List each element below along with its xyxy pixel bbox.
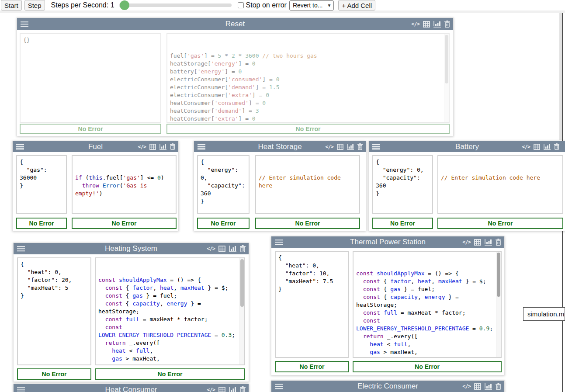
cell-reset: Reset </> {} fuel['gas'] = 5 * 2 * 3600 …	[17, 17, 454, 136]
delete-cell-icon[interactable]	[554, 143, 559, 150]
state-json-editor[interactable]: { "energy": 0, "capacity": 360 }	[372, 155, 433, 214]
code-status: No Error	[255, 218, 360, 229]
cell-header: Reset </>	[17, 18, 453, 30]
delete-cell-icon[interactable]	[240, 245, 246, 252]
code-editor[interactable]: const shouldApplyMax = () => { const { f…	[95, 257, 245, 365]
cell-thermal-power-station: Thermal Power Station </> { "heat": 0, "…	[271, 236, 505, 375]
state-status: No Error	[197, 218, 250, 229]
step-button[interactable]: Step	[24, 0, 45, 10]
drag-handle-icon[interactable]	[17, 245, 25, 253]
state-status: No Error	[16, 218, 67, 229]
table-view-icon[interactable]	[474, 383, 481, 390]
chart-view-icon[interactable]	[485, 239, 492, 246]
drag-handle-icon[interactable]	[372, 143, 380, 151]
delete-cell-icon[interactable]	[496, 383, 501, 390]
chart-view-icon[interactable]	[544, 143, 551, 150]
code-status: No Error	[72, 218, 177, 229]
code-view-icon[interactable]: </>	[325, 144, 333, 150]
chart-view-icon[interactable]	[229, 386, 236, 392]
code-editor[interactable]: if (this.fuel['gas'] <= 0) throw Error('…	[72, 155, 177, 214]
cell-header: Electric Consumer </>	[271, 381, 504, 392]
cell-heat-storage: Heat Storage </> { "energy": 0, "capacit…	[194, 141, 366, 231]
background-scrollbar-track	[559, 0, 562, 140]
simulation-page: simulation.m Start Step Steps per Second…	[0, 0, 565, 392]
stop-on-error-label: Stop on error	[246, 1, 287, 9]
chart-view-icon[interactable]	[347, 143, 354, 150]
table-view-icon[interactable]	[534, 144, 540, 150]
cell-header: Fuel </>	[13, 141, 178, 152]
steps-per-second-slider[interactable]	[119, 0, 232, 10]
state-json-editor[interactable]: { "heat": 0, "factor": 20, "maxHeat": 5 …	[17, 257, 91, 365]
chart-view-icon[interactable]	[159, 143, 166, 150]
cell-heating-system: Heating System </> { "heat": 0, "factor"…	[13, 243, 249, 382]
code-editor[interactable]: // Enter simulation code here	[437, 155, 563, 214]
code-view-icon[interactable]: </>	[462, 239, 471, 245]
delete-cell-icon[interactable]	[240, 386, 246, 392]
cell-fuel: Fuel </> { "gas": 36000 } if (this.fuel[…	[12, 141, 179, 231]
cell-header: Heat Consumer </>	[14, 384, 249, 392]
table-view-icon[interactable]	[337, 144, 343, 150]
cell-battery: Battery </> { "energy": 0, "capacity": 3…	[368, 141, 565, 231]
code-scrollbar[interactable]	[496, 252, 501, 357]
code-view-icon[interactable]: </>	[411, 21, 419, 27]
steps-per-second-label: Steps per Second: 1	[51, 1, 114, 9]
filename-tooltip: simulation.m	[523, 307, 565, 321]
code-view-icon[interactable]: </>	[207, 387, 215, 392]
cell-header: Battery </>	[369, 141, 565, 152]
cell-title: Reset	[17, 18, 453, 30]
code-editor[interactable]: // Enter simulation code here	[255, 155, 360, 214]
chevron-down-icon: ▼	[327, 3, 331, 8]
code-status: No Error	[353, 361, 502, 372]
state-json-editor[interactable]: { "gas": 36000 }	[16, 155, 67, 214]
slider-track[interactable]	[119, 3, 232, 7]
code-status: No Error	[95, 368, 245, 380]
drag-handle-icon[interactable]	[275, 238, 283, 246]
cell-header: Heat Storage </>	[194, 141, 366, 152]
state-json-editor[interactable]: { "energy": 0, "capacity": 360 }	[197, 155, 250, 214]
cell-electric-consumer: Electric Consumer </>	[271, 380, 505, 392]
code-view-icon[interactable]: </>	[207, 246, 215, 252]
revert-to-value: Revert to...	[293, 2, 322, 9]
drag-handle-icon[interactable]	[17, 386, 25, 392]
state-status: No Error	[17, 368, 91, 380]
delete-cell-icon[interactable]	[444, 21, 450, 28]
drag-handle-icon[interactable]	[21, 20, 28, 28]
revert-to-select[interactable]: Revert to... ▼	[289, 0, 334, 10]
code-editor[interactable]: const shouldApplyMax = () => { const { f…	[353, 251, 502, 358]
code-view-icon[interactable]: </>	[522, 144, 530, 150]
table-view-icon[interactable]	[474, 239, 481, 246]
table-view-icon[interactable]	[423, 21, 430, 28]
drag-handle-icon[interactable]	[16, 143, 24, 151]
delete-cell-icon[interactable]	[496, 239, 501, 246]
table-view-icon[interactable]	[218, 387, 225, 392]
chart-view-icon[interactable]	[485, 383, 492, 390]
code-scrollbar[interactable]	[444, 34, 449, 122]
code-scrollbar[interactable]	[239, 258, 244, 364]
code-status: No Error	[437, 218, 563, 229]
drag-handle-icon[interactable]	[275, 382, 283, 390]
cell-header: Heating System </>	[14, 243, 249, 254]
steps-per-second-value: 1	[111, 1, 114, 9]
table-view-icon[interactable]	[149, 144, 156, 150]
code-view-icon[interactable]: </>	[138, 144, 146, 150]
state-json-editor[interactable]: {}	[20, 33, 161, 123]
state-status: No Error	[275, 361, 349, 372]
state-status: No Error	[372, 218, 433, 229]
slider-handle[interactable]	[120, 0, 129, 10]
state-json-editor[interactable]: { "heat": 0, "factor": 10, "maxHeat": 7.…	[275, 251, 349, 358]
stop-on-error-checkbox[interactable]	[238, 2, 244, 8]
toolbar: Start Step Steps per Second: 1 Stop on e…	[0, 0, 565, 13]
delete-cell-icon[interactable]	[170, 143, 175, 150]
chart-view-icon[interactable]	[229, 245, 236, 252]
state-status: No Error	[20, 124, 161, 134]
table-view-icon[interactable]	[218, 246, 225, 252]
code-view-icon[interactable]: </>	[462, 383, 471, 389]
cell-heat-consumer: Heat Consumer </>	[13, 384, 249, 392]
delete-cell-icon[interactable]	[357, 143, 363, 150]
code-editor[interactable]: fuel['gas'] = 5 * 2 * 3600 // two hours …	[166, 33, 450, 123]
cell-header: Thermal Power Station </>	[271, 236, 504, 248]
drag-handle-icon[interactable]	[198, 143, 205, 151]
chart-view-icon[interactable]	[433, 21, 441, 28]
add-cell-button[interactable]: + Add Cell	[338, 0, 375, 10]
start-button[interactable]: Start	[1, 0, 22, 10]
